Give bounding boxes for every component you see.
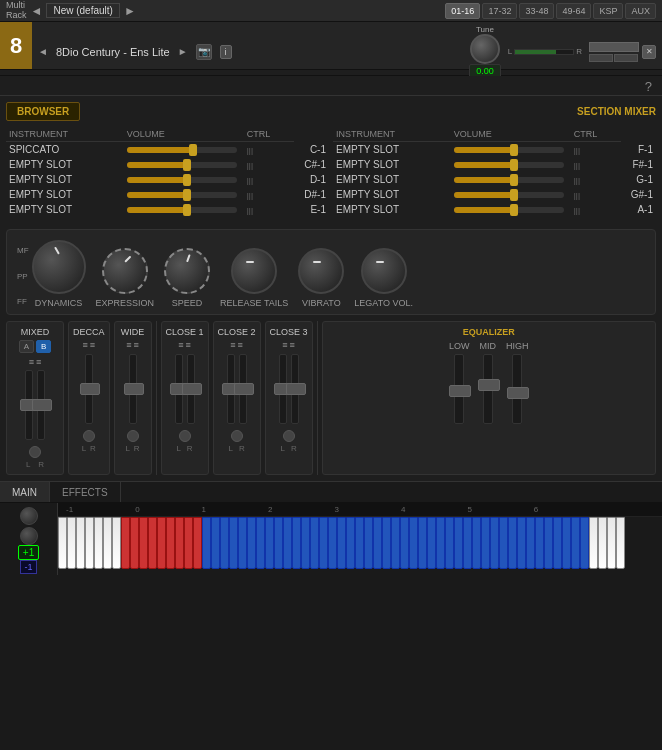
close1-fader-r[interactable] [187,354,195,424]
col-instrument-left: INSTRUMENT [6,127,124,142]
info-button[interactable]: i [220,45,232,59]
inst-name-r4[interactable]: EMPTY SLOT [333,202,451,217]
ctrl-val-3 [244,187,294,202]
close3-icon2[interactable]: ≡ [290,340,295,350]
tab-ksp[interactable]: KSP [593,3,623,19]
wide-pan-knob[interactable] [127,430,139,442]
wide-icon2[interactable]: ≡ [134,340,139,350]
camera-icon[interactable]: 📷 [196,44,212,60]
table-row: EMPTY SLOT D-1 [6,172,329,187]
vibrato-knob[interactable] [298,248,344,294]
col-ctrl-right: CTRL [571,127,621,142]
mod-knob[interactable] [20,527,38,545]
inst-name-0[interactable]: SPICCATO [6,142,124,158]
decca-fader[interactable] [85,354,93,424]
preset-arrow-right[interactable]: ► [124,4,136,18]
close1-icon2[interactable]: ≡ [186,340,191,350]
close1-pan-knob[interactable] [179,430,191,442]
wide-icon1[interactable]: ≡ [126,340,131,350]
close3-fader-r[interactable] [291,354,299,424]
tab-33-48[interactable]: 33-48 [519,3,554,19]
inst-name-r1[interactable]: EMPTY SLOT [333,157,451,172]
ctrl-note-0: C-1 [294,142,329,158]
decca-icon1[interactable]: ≡ [82,340,87,350]
inst-name-r2[interactable]: EMPTY SLOT [333,172,451,187]
mixed-pan-knob[interactable] [29,446,41,458]
vol-slider-r3[interactable] [451,187,571,202]
inst-name-1[interactable]: EMPTY SLOT [6,157,124,172]
ctrl-val-2 [244,172,294,187]
wide-r-label: R [134,444,140,453]
decca-icon2[interactable]: ≡ [90,340,95,350]
tab-17-32[interactable]: 17-32 [482,3,517,19]
preset-arrow-left[interactable]: ◄ [31,4,43,18]
release-tails-label: RELEASE TAILS [220,298,288,308]
close2-icon1[interactable]: ≡ [230,340,235,350]
close3-icon1[interactable]: ≡ [282,340,287,350]
bottom-tabs: MAIN EFFECTS [0,481,662,503]
vol-slider-0[interactable] [124,142,244,158]
pitch-display: +1 [18,545,39,560]
decca-pan-knob[interactable] [83,430,95,442]
inst-name-r0[interactable]: EMPTY SLOT [333,142,451,158]
vibrato-label: VIBRATO [302,298,341,308]
inst-name-3[interactable]: EMPTY SLOT [6,187,124,202]
close2-pan-knob[interactable] [231,430,243,442]
vol-slider-r0[interactable] [451,142,571,158]
piano-keys[interactable]: -1 0 1 2 3 4 5 6 [58,503,662,575]
mixed-btn-a[interactable]: A [19,340,34,353]
instrument-inner: ◄ 8Dio Century - Ens Lite ► 📷 i Tune 0.0… [32,22,662,69]
ctrl-val-0 [244,142,294,158]
inst-name-2[interactable]: EMPTY SLOT [6,172,124,187]
release-tails-knob[interactable] [231,248,277,294]
tab-01-16[interactable]: 01-16 [445,3,480,19]
vol-slider-3[interactable] [124,187,244,202]
inst-name-4[interactable]: EMPTY SLOT [6,202,124,217]
eq-mid-fader[interactable] [483,354,493,424]
vol-slider-r2[interactable] [451,172,571,187]
vol-slider-1[interactable] [124,157,244,172]
tab-aux[interactable]: AUX [625,3,656,19]
help-icon[interactable]: ? [645,79,652,94]
wide-fader[interactable] [129,354,137,424]
dynamics-knob-container: DYNAMICS [32,240,86,308]
mixed-icon2[interactable]: ≡ [36,357,41,367]
tab-main[interactable]: MAIN [0,482,50,502]
tab-49-64[interactable]: 49-64 [556,3,591,19]
inst-next[interactable]: ► [178,46,188,57]
expression-knob[interactable] [102,248,148,294]
vol-slider-2[interactable] [124,172,244,187]
browser-tab[interactable]: BROWSER [6,102,80,121]
vol-slider-4[interactable] [124,202,244,217]
mixed-fader-r[interactable] [37,370,45,440]
eq-low-fader[interactable] [454,354,464,424]
tab-effects[interactable]: EFFECTS [50,482,121,502]
close3-label: CLOSE 3 [270,327,308,337]
speed-knob[interactable] [164,248,210,294]
vol-slider-r1[interactable] [451,157,571,172]
eq-high-fader[interactable] [512,354,522,424]
vol-slider-r4[interactable] [451,202,571,217]
eq-high-label: HIGH [506,341,529,351]
close2-fader-r[interactable] [239,354,247,424]
instrument-number: 8 [0,22,32,69]
mixed-btn-b[interactable]: B [36,340,51,353]
preset-name[interactable]: New (default) [46,3,119,18]
legato-vol-knob[interactable] [361,248,407,294]
equalizer-section: EQUALIZER LOW MID HIG [322,321,656,475]
pitch-knob[interactable] [20,507,38,525]
close3-pan-knob[interactable] [283,430,295,442]
vibrato-knob-container: VIBRATO [298,248,344,308]
inst-name-r3[interactable]: EMPTY SLOT [333,187,451,202]
legato-vol-knob-container: LEGATO VOL. [354,248,413,308]
close1-r-label: R [187,444,193,453]
close1-label: CLOSE 1 [166,327,204,337]
close-button[interactable]: ✕ [642,45,656,59]
close1-icon1[interactable]: ≡ [178,340,183,350]
tune-knob[interactable] [470,34,500,64]
close2-icon2[interactable]: ≡ [238,340,243,350]
rack-label: MultiRack [6,1,27,21]
inst-prev[interactable]: ◄ [38,46,48,57]
dynamics-knob[interactable] [32,240,86,294]
mixed-icon1[interactable]: ≡ [29,357,34,367]
